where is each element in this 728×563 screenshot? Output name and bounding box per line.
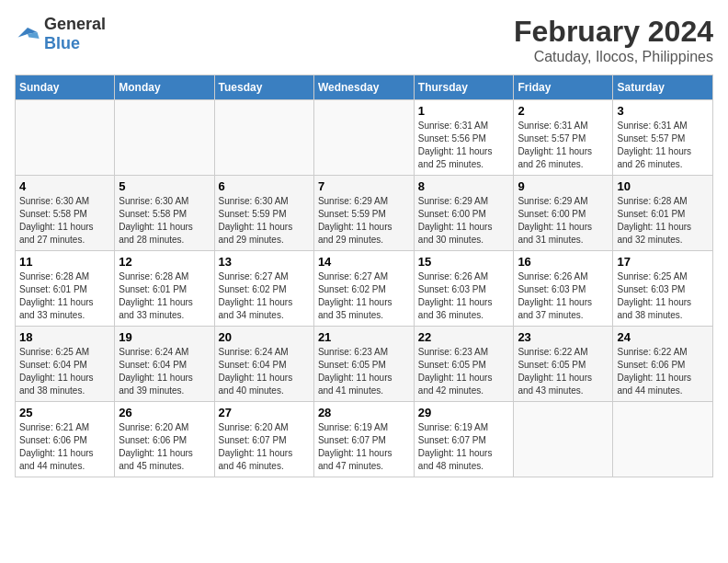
logo-general: General bbox=[44, 15, 106, 33]
logo-blue: Blue bbox=[44, 34, 80, 52]
calendar-cell bbox=[214, 100, 313, 176]
calendar-cell: 12Sunrise: 6:28 AM Sunset: 6:01 PM Dayli… bbox=[115, 251, 214, 327]
header-sunday: Sunday bbox=[16, 75, 115, 100]
day-number: 23 bbox=[518, 330, 609, 344]
day-info: Sunrise: 6:29 AM Sunset: 5:59 PM Dayligh… bbox=[318, 195, 410, 247]
day-info: Sunrise: 6:21 AM Sunset: 6:06 PM Dayligh… bbox=[19, 421, 110, 473]
calendar-cell: 4Sunrise: 6:30 AM Sunset: 5:58 PM Daylig… bbox=[16, 176, 115, 251]
calendar-cell: 2Sunrise: 6:31 AM Sunset: 5:57 PM Daylig… bbox=[514, 100, 613, 176]
header-row: SundayMondayTuesdayWednesdayThursdayFrid… bbox=[16, 75, 713, 100]
header-saturday: Saturday bbox=[613, 75, 713, 100]
header-wednesday: Wednesday bbox=[313, 75, 414, 100]
calendar-cell: 9Sunrise: 6:29 AM Sunset: 6:00 PM Daylig… bbox=[514, 176, 613, 251]
day-number: 19 bbox=[119, 330, 210, 344]
calendar-cell: 6Sunrise: 6:30 AM Sunset: 5:59 PM Daylig… bbox=[214, 176, 313, 251]
calendar-cell: 20Sunrise: 6:24 AM Sunset: 6:04 PM Dayli… bbox=[214, 327, 313, 402]
day-number: 27 bbox=[219, 406, 310, 419]
calendar-cell: 26Sunrise: 6:20 AM Sunset: 6:06 PM Dayli… bbox=[115, 402, 214, 477]
calendar-cell: 10Sunrise: 6:28 AM Sunset: 6:01 PM Dayli… bbox=[613, 176, 713, 251]
day-info: Sunrise: 6:19 AM Sunset: 6:07 PM Dayligh… bbox=[318, 421, 410, 473]
day-info: Sunrise: 6:25 AM Sunset: 6:04 PM Dayligh… bbox=[19, 346, 110, 397]
calendar-cell bbox=[115, 100, 214, 176]
subtitle: Catuday, Ilocos, Philippines bbox=[514, 49, 713, 65]
day-info: Sunrise: 6:25 AM Sunset: 6:03 PM Dayligh… bbox=[617, 270, 709, 322]
calendar-cell: 17Sunrise: 6:25 AM Sunset: 6:03 PM Dayli… bbox=[613, 251, 713, 327]
day-info: Sunrise: 6:29 AM Sunset: 6:00 PM Dayligh… bbox=[518, 195, 609, 247]
day-info: Sunrise: 6:27 AM Sunset: 6:02 PM Dayligh… bbox=[318, 270, 410, 322]
day-number: 17 bbox=[617, 255, 709, 269]
day-number: 4 bbox=[19, 179, 110, 193]
day-number: 29 bbox=[418, 406, 510, 419]
logo: General Blue bbox=[15, 15, 106, 53]
calendar-cell bbox=[313, 100, 414, 176]
day-number: 1 bbox=[418, 104, 510, 118]
day-number: 12 bbox=[119, 255, 210, 269]
calendar-cell: 19Sunrise: 6:24 AM Sunset: 6:04 PM Dayli… bbox=[115, 327, 214, 402]
calendar-cell: 1Sunrise: 6:31 AM Sunset: 5:56 PM Daylig… bbox=[414, 100, 514, 176]
calendar-cell: 8Sunrise: 6:29 AM Sunset: 6:00 PM Daylig… bbox=[414, 176, 514, 251]
day-number: 2 bbox=[518, 104, 609, 118]
day-number: 3 bbox=[617, 104, 709, 118]
day-info: Sunrise: 6:31 AM Sunset: 5:57 PM Dayligh… bbox=[518, 120, 609, 171]
day-info: Sunrise: 6:23 AM Sunset: 6:05 PM Dayligh… bbox=[418, 346, 510, 397]
day-number: 18 bbox=[19, 330, 110, 344]
calendar-cell: 23Sunrise: 6:22 AM Sunset: 6:05 PM Dayli… bbox=[514, 327, 613, 402]
calendar-cell: 16Sunrise: 6:26 AM Sunset: 6:03 PM Dayli… bbox=[514, 251, 613, 327]
day-number: 13 bbox=[219, 255, 310, 269]
calendar-cell: 3Sunrise: 6:31 AM Sunset: 5:57 PM Daylig… bbox=[613, 100, 713, 176]
day-number: 6 bbox=[219, 179, 310, 193]
day-info: Sunrise: 6:23 AM Sunset: 6:05 PM Dayligh… bbox=[318, 346, 410, 397]
day-info: Sunrise: 6:28 AM Sunset: 6:01 PM Dayligh… bbox=[19, 270, 110, 322]
header-monday: Monday bbox=[115, 75, 214, 100]
logo-bird-icon bbox=[15, 24, 40, 44]
day-info: Sunrise: 6:26 AM Sunset: 6:03 PM Dayligh… bbox=[418, 270, 510, 322]
week-row-3: 11Sunrise: 6:28 AM Sunset: 6:01 PM Dayli… bbox=[16, 251, 713, 327]
day-info: Sunrise: 6:31 AM Sunset: 5:57 PM Dayligh… bbox=[617, 120, 709, 171]
calendar-cell: 11Sunrise: 6:28 AM Sunset: 6:01 PM Dayli… bbox=[16, 251, 115, 327]
day-number: 15 bbox=[418, 255, 510, 269]
day-info: Sunrise: 6:22 AM Sunset: 6:05 PM Dayligh… bbox=[518, 346, 609, 397]
calendar-cell bbox=[514, 402, 613, 477]
day-info: Sunrise: 6:30 AM Sunset: 5:59 PM Dayligh… bbox=[219, 195, 310, 247]
calendar-cell: 21Sunrise: 6:23 AM Sunset: 6:05 PM Dayli… bbox=[313, 327, 414, 402]
day-info: Sunrise: 6:24 AM Sunset: 6:04 PM Dayligh… bbox=[219, 346, 310, 397]
day-info: Sunrise: 6:30 AM Sunset: 5:58 PM Dayligh… bbox=[119, 195, 210, 247]
calendar-cell: 22Sunrise: 6:23 AM Sunset: 6:05 PM Dayli… bbox=[414, 327, 514, 402]
day-info: Sunrise: 6:22 AM Sunset: 6:06 PM Dayligh… bbox=[617, 346, 709, 397]
header-thursday: Thursday bbox=[414, 75, 514, 100]
week-row-1: 1Sunrise: 6:31 AM Sunset: 5:56 PM Daylig… bbox=[16, 100, 713, 176]
day-info: Sunrise: 6:30 AM Sunset: 5:58 PM Dayligh… bbox=[19, 195, 110, 247]
week-row-5: 25Sunrise: 6:21 AM Sunset: 6:06 PM Dayli… bbox=[16, 402, 713, 477]
calendar-cell: 28Sunrise: 6:19 AM Sunset: 6:07 PM Dayli… bbox=[313, 402, 414, 477]
day-number: 20 bbox=[219, 330, 310, 344]
day-number: 24 bbox=[617, 330, 709, 344]
day-number: 22 bbox=[418, 330, 510, 344]
week-row-2: 4Sunrise: 6:30 AM Sunset: 5:58 PM Daylig… bbox=[16, 176, 713, 251]
header-friday: Friday bbox=[514, 75, 613, 100]
calendar-cell: 7Sunrise: 6:29 AM Sunset: 5:59 PM Daylig… bbox=[313, 176, 414, 251]
day-info: Sunrise: 6:28 AM Sunset: 6:01 PM Dayligh… bbox=[119, 270, 210, 322]
day-number: 9 bbox=[518, 179, 609, 193]
title-area: February 2024 Catuday, Ilocos, Philippin… bbox=[514, 15, 713, 65]
calendar-cell: 18Sunrise: 6:25 AM Sunset: 6:04 PM Dayli… bbox=[16, 327, 115, 402]
day-info: Sunrise: 6:24 AM Sunset: 6:04 PM Dayligh… bbox=[119, 346, 210, 397]
day-number: 11 bbox=[19, 255, 110, 269]
day-info: Sunrise: 6:28 AM Sunset: 6:01 PM Dayligh… bbox=[617, 195, 709, 247]
day-number: 28 bbox=[318, 406, 410, 419]
main-title: February 2024 bbox=[514, 15, 713, 49]
day-info: Sunrise: 6:20 AM Sunset: 6:06 PM Dayligh… bbox=[119, 421, 210, 473]
calendar-cell: 15Sunrise: 6:26 AM Sunset: 6:03 PM Dayli… bbox=[414, 251, 514, 327]
calendar-cell: 5Sunrise: 6:30 AM Sunset: 5:58 PM Daylig… bbox=[115, 176, 214, 251]
calendar-cell: 25Sunrise: 6:21 AM Sunset: 6:06 PM Dayli… bbox=[16, 402, 115, 477]
day-info: Sunrise: 6:19 AM Sunset: 6:07 PM Dayligh… bbox=[418, 421, 510, 473]
day-number: 8 bbox=[418, 179, 510, 193]
day-info: Sunrise: 6:29 AM Sunset: 6:00 PM Dayligh… bbox=[418, 195, 510, 247]
day-number: 10 bbox=[617, 179, 709, 193]
calendar-cell: 29Sunrise: 6:19 AM Sunset: 6:07 PM Dayli… bbox=[414, 402, 514, 477]
calendar-cell: 24Sunrise: 6:22 AM Sunset: 6:06 PM Dayli… bbox=[613, 327, 713, 402]
day-number: 14 bbox=[318, 255, 410, 269]
calendar-cell bbox=[613, 402, 713, 477]
week-row-4: 18Sunrise: 6:25 AM Sunset: 6:04 PM Dayli… bbox=[16, 327, 713, 402]
calendar-cell bbox=[16, 100, 115, 176]
logo-text: General Blue bbox=[44, 15, 106, 53]
